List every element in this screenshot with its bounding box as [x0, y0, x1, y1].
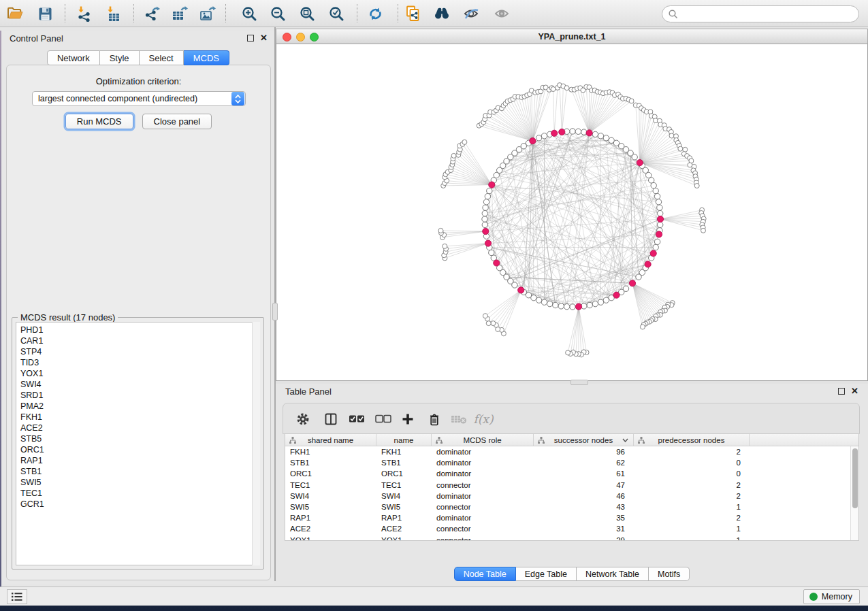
mcds-result-item[interactable]: STB1 [20, 466, 259, 477]
mcds-result-item[interactable]: PMA2 [20, 401, 259, 412]
apply-layout-button[interactable] [363, 2, 387, 25]
hide-selected-button[interactable] [459, 2, 483, 25]
mcds-result-item[interactable]: PHD1 [20, 325, 259, 335]
cell-name[interactable]: FKH1 [376, 446, 432, 457]
cell-successor_nodes[interactable]: 35 [534, 512, 634, 523]
cell-successor_nodes[interactable]: 31 [534, 523, 634, 534]
search-field[interactable] [662, 5, 859, 22]
column-header-successor-nodes[interactable]: successor nodes [534, 434, 634, 446]
mcds-result-item[interactable]: STP4 [20, 346, 259, 357]
mcds-result-item[interactable]: TID3 [20, 357, 259, 368]
open-file-button[interactable] [3, 2, 27, 25]
mcds-result-item[interactable]: STB5 [20, 433, 259, 444]
table-row[interactable]: RAP1RAP1dominator352 [285, 512, 850, 523]
cell-mcds_role[interactable]: dominator [432, 457, 534, 468]
cell-shared_name[interactable]: STB1 [285, 457, 376, 468]
table-row[interactable]: SWI4SWI4dominator462 [285, 491, 850, 501]
horizontal-splitter[interactable] [276, 381, 868, 384]
mcds-list-scrollbar[interactable] [252, 322, 260, 565]
mcds-result-item[interactable]: SWI5 [20, 477, 259, 488]
cell-name[interactable]: SWI4 [376, 491, 432, 501]
show-all-button[interactable] [489, 2, 514, 25]
table-scrollbar-thumb[interactable] [852, 448, 858, 508]
function-builder-button[interactable]: f(x) [472, 409, 494, 429]
cell-successor_nodes[interactable]: 47 [534, 480, 634, 491]
cell-shared_name[interactable]: ACE2 [285, 523, 376, 534]
tab-node-table[interactable]: Node Table [454, 567, 516, 581]
new-network-from-selection-button[interactable] [401, 2, 425, 25]
cell-shared_name[interactable]: SWI5 [285, 501, 376, 512]
import-network-button[interactable] [71, 2, 96, 25]
task-history-button[interactable] [7, 589, 27, 604]
cell-successor_nodes[interactable]: 62 [534, 457, 634, 468]
table-row[interactable]: STB1STB1dominator620 [285, 457, 850, 468]
cell-shared_name[interactable]: FKH1 [285, 446, 376, 457]
network-canvas[interactable] [276, 44, 868, 381]
table-row[interactable]: SWI5SWI5connector431 [285, 501, 850, 512]
cell-predecessor_nodes[interactable]: 2 [634, 512, 750, 523]
delete-table-button[interactable] [448, 409, 470, 429]
mcds-result-item[interactable]: SWI4 [20, 379, 259, 390]
mcds-result-item[interactable]: FKH1 [20, 412, 259, 423]
table-row[interactable]: ORC1ORC1dominator610 [285, 468, 850, 479]
export-network-button[interactable] [140, 2, 164, 25]
tab-mcds[interactable]: MCDS [184, 50, 229, 65]
zoom-in-button[interactable] [237, 2, 261, 25]
close-panel-icon[interactable]: ✕ [260, 33, 268, 43]
network-window-titlebar[interactable]: YPA_prune.txt_1 [276, 29, 868, 44]
zoom-selected-button[interactable] [324, 2, 349, 25]
cell-predecessor_nodes[interactable]: 1 [634, 523, 750, 534]
cell-name[interactable]: ORC1 [376, 468, 432, 479]
table-scrollbar[interactable] [850, 446, 858, 540]
delete-column-button[interactable] [423, 409, 445, 429]
mcds-result-item[interactable]: ACE2 [20, 423, 259, 433]
cell-shared_name[interactable]: SWI4 [285, 491, 376, 501]
cell-predecessor_nodes[interactable]: 2 [634, 491, 750, 501]
close-table-panel-icon[interactable]: ✕ [851, 386, 858, 396]
cell-shared_name[interactable]: ORC1 [285, 468, 376, 479]
criterion-dropdown[interactable]: largest connected component (undirected) [32, 91, 246, 106]
mcds-result-item[interactable]: SRD1 [20, 390, 259, 401]
column-header-name[interactable]: name [376, 434, 432, 446]
cell-successor_nodes[interactable]: 43 [534, 501, 634, 512]
cell-predecessor_nodes[interactable]: 1 [634, 535, 750, 542]
cell-predecessor_nodes[interactable]: 0 [634, 457, 750, 468]
cell-mcds_role[interactable]: connector [432, 480, 534, 491]
cell-name[interactable]: YOX1 [376, 535, 432, 542]
export-table-button[interactable] [167, 2, 191, 25]
network-graph[interactable] [276, 44, 867, 380]
mcds-result-item[interactable]: TEC1 [20, 488, 259, 499]
table-settings-button[interactable] [292, 409, 314, 429]
add-column-button[interactable] [397, 409, 419, 429]
save-session-button[interactable] [33, 2, 57, 25]
cell-mcds_role[interactable]: dominator [432, 468, 534, 479]
export-image-button[interactable] [195, 2, 219, 25]
cell-mcds_role[interactable]: dominator [432, 446, 534, 457]
select-all-button[interactable] [346, 409, 368, 429]
cell-shared_name[interactable]: YOX1 [285, 535, 376, 542]
deselect-all-button[interactable] [372, 409, 394, 429]
column-header-shared-name[interactable]: shared name [285, 434, 376, 446]
cell-name[interactable]: ACE2 [376, 523, 432, 534]
zoom-fit-button[interactable] [295, 2, 319, 25]
mcds-result-item[interactable]: ORC1 [20, 444, 259, 455]
vertical-splitter[interactable] [274, 27, 276, 581]
table-row[interactable]: YOX1YOX1connector291 [285, 535, 850, 542]
cell-successor_nodes[interactable]: 29 [534, 535, 634, 542]
mcds-result-item[interactable]: GCR1 [20, 499, 259, 510]
mcds-result-item[interactable]: CAR1 [20, 335, 259, 346]
memory-button[interactable]: Memory [803, 589, 860, 604]
show-columns-button[interactable] [320, 409, 342, 429]
first-neighbors-button[interactable] [430, 2, 454, 25]
float-panel-icon[interactable] [247, 35, 254, 42]
import-table-button[interactable] [101, 2, 125, 25]
cell-name[interactable]: STB1 [376, 457, 432, 468]
tab-network-table[interactable]: Network Table [577, 567, 649, 581]
mcds-result-item[interactable]: YOX1 [20, 368, 259, 379]
tab-motifs[interactable]: Motifs [649, 567, 690, 581]
cell-mcds_role[interactable]: connector [432, 535, 534, 542]
cell-successor_nodes[interactable]: 46 [534, 491, 634, 501]
horizontal-splitter-handle[interactable] [570, 380, 588, 385]
cell-shared_name[interactable]: TEC1 [285, 480, 376, 491]
cell-mcds_role[interactable]: connector [432, 501, 534, 512]
